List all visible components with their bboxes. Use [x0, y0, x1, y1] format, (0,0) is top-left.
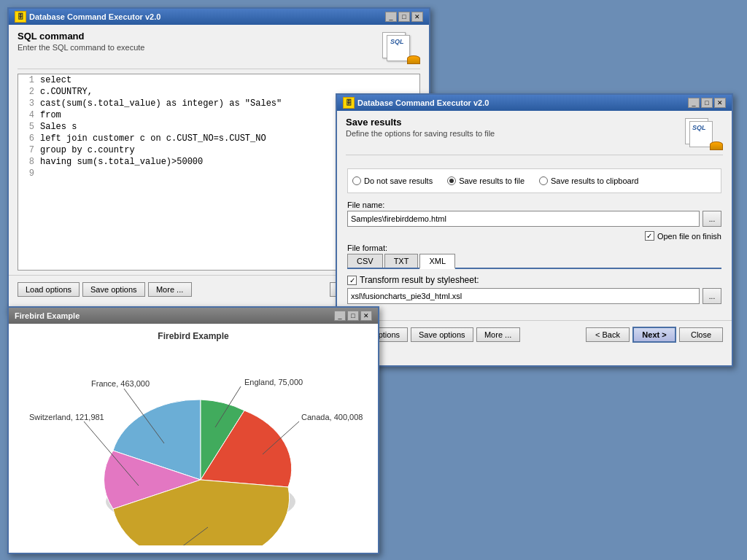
sql-line-number: 1 [21, 75, 34, 85]
save-header-icon: SQL [685, 118, 723, 150]
sql-window-controls: _ □ ✕ [385, 12, 423, 22]
sql-line-content: select [40, 75, 71, 85]
save-window-title-left: 🗄 Database Command Executor v2.0 [343, 97, 489, 109]
save-options-content: Do not save results Save results to file… [337, 161, 732, 316]
sql-line-content: c.COUNTRY, [40, 87, 93, 97]
sql-window-header: SQL command Enter the SQL command to exe… [9, 25, 429, 69]
sql-line-number: 5 [21, 122, 34, 132]
save-icon-sql-label: SQL [692, 124, 706, 131]
open-file-checkbox-row: ✓ Open file on finish [347, 231, 721, 241]
save-window-title: Database Command Executor v2.0 [357, 98, 489, 107]
save-back-button[interactable]: < Back [586, 327, 630, 342]
transform-checkbox-row: ✓ Transform result by stylesheet: [347, 275, 721, 285]
save-save-options-button[interactable]: Save options [411, 327, 473, 342]
chart-window-title: Firebird Example [15, 311, 80, 320]
save-icon-cylinder [710, 141, 723, 150]
sql-window-title: Database Command Executor v2.0 [29, 12, 160, 21]
chart-title: Firebird Example [158, 331, 228, 341]
save-section-title: Save results [346, 117, 495, 128]
save-window-controls: _ □ ✕ [688, 98, 726, 108]
chart-window-titlebar: Firebird Example _ □ ✕ [9, 308, 378, 324]
stylesheet-input[interactable] [347, 288, 700, 304]
save-header-text: Save results Define the options for savi… [346, 117, 495, 138]
file-name-browse-button[interactable]: ... [703, 211, 721, 227]
chart-window: Firebird Example _ □ ✕ Firebird Example [7, 306, 379, 554]
radio-no-save-btn[interactable] [352, 176, 361, 185]
save-window-titlebar: 🗄 Database Command Executor v2.0 _ □ ✕ [337, 95, 732, 111]
save-destination-radio-group: Do not save results Save results to file… [347, 168, 721, 193]
file-name-row: File name: ... [347, 201, 721, 227]
radio-save-clipboard[interactable]: Save results to clipboard [539, 176, 638, 185]
sql-section-subtitle: Enter the SQL command to execute [18, 43, 144, 52]
sql-line-content: Sales s [40, 122, 77, 132]
sql-line-number: 3 [21, 98, 34, 109]
sql-line-number: 8 [21, 157, 34, 167]
sql-maximize-button[interactable]: □ [398, 12, 410, 22]
france-label: France, 463,000 [91, 379, 150, 388]
save-divider [346, 155, 723, 155]
sql-line-content: cast(sum(s.total_value) as integer) as "… [40, 98, 282, 109]
save-results-window: 🗄 Database Command Executor v2.0 _ □ ✕ S… [336, 93, 733, 367]
sql-more-button[interactable]: More ... [148, 282, 192, 297]
radio-save-file[interactable]: Save results to file [447, 176, 525, 185]
save-close-btn[interactable]: Close [679, 327, 723, 342]
sql-line-number: 2 [21, 87, 34, 97]
save-section-subtitle: Define the options for saving results to… [346, 129, 495, 138]
tab-xml[interactable]: XML [419, 254, 455, 269]
sql-window-title-left: 🗄 Database Command Executor v2.0 [15, 11, 160, 23]
save-maximize-button[interactable]: □ [701, 98, 713, 108]
save-minimize-button[interactable]: _ [688, 98, 700, 108]
sql-line-content: having sum(s.total_value)>50000 [40, 157, 203, 167]
transform-checkbox[interactable]: ✓ [347, 276, 357, 285]
radio-save-clipboard-label: Save results to clipboard [551, 176, 638, 185]
chart-close-button[interactable]: ✕ [360, 311, 372, 321]
save-close-button[interactable]: ✕ [714, 98, 726, 108]
chart-minimize-button[interactable]: _ [334, 311, 346, 321]
england-label: England, 75,000 [244, 378, 303, 386]
save-next-button[interactable]: Next > [632, 327, 676, 343]
stylesheet-browse-button[interactable]: ... [703, 288, 721, 304]
sql-line-number: 7 [21, 145, 34, 155]
sql-window-titlebar: 🗄 Database Command Executor v2.0 _ □ ✕ [9, 9, 429, 25]
chart-area: Firebird Example [9, 324, 378, 553]
radio-save-file-btn[interactable] [447, 176, 456, 185]
file-format-tabs: CSV TXT XML [347, 254, 721, 269]
tab-csv[interactable]: CSV [347, 254, 383, 268]
stylesheet-input-row: ... [347, 288, 721, 304]
open-file-checkbox[interactable]: ✓ [645, 231, 654, 241]
transform-label: Transform result by stylesheet: [360, 275, 479, 285]
sql-load-options-button[interactable]: Load options [18, 282, 80, 297]
file-name-label: File name: [347, 201, 721, 209]
file-format-label: File format: [347, 244, 721, 252]
sql-line-content: from [40, 110, 61, 120]
sql-section-title: SQL command [18, 31, 144, 42]
radio-no-save[interactable]: Do not save results [352, 176, 433, 185]
save-window-footer: Load options Save options More ... < Bac… [337, 320, 732, 349]
sql-line: 1select [18, 74, 419, 86]
sql-minimize-button[interactable]: _ [385, 12, 397, 22]
canada-label: Canada, 400,008 [301, 413, 363, 421]
save-window-header: Save results Define the options for savi… [337, 111, 732, 155]
tab-txt[interactable]: TXT [384, 254, 419, 268]
save-more-button[interactable]: More ... [476, 327, 520, 342]
pie-chart-svg: France, 463,000 England, 75,000 Canada, … [18, 349, 368, 545]
chart-window-controls: _ □ ✕ [334, 311, 372, 321]
radio-no-save-label: Do not save results [364, 176, 433, 185]
sql-line-number: 6 [21, 133, 34, 144]
stylesheet-row: ✓ Transform result by stylesheet: ... [347, 275, 721, 304]
sql-line-number: 9 [21, 168, 34, 179]
file-name-input-row: ... [347, 211, 721, 227]
radio-save-clipboard-btn[interactable] [539, 176, 548, 185]
radio-save-file-label: Save results to file [459, 176, 525, 185]
icon-cylinder [407, 55, 420, 64]
sql-header-text: SQL command Enter the SQL command to exe… [18, 31, 144, 52]
sql-line-content: group by c.country [40, 145, 135, 155]
chart-maximize-button[interactable]: □ [347, 311, 359, 321]
chart-window-title-left: Firebird Example [15, 311, 80, 320]
sql-close-button[interactable]: ✕ [411, 12, 423, 22]
file-format-row: File format: CSV TXT XML [347, 244, 721, 269]
sql-save-options-button[interactable]: Save options [82, 282, 145, 297]
file-name-input[interactable] [347, 211, 700, 227]
sql-divider [18, 69, 420, 69]
save-window-icon: 🗄 [343, 97, 355, 109]
